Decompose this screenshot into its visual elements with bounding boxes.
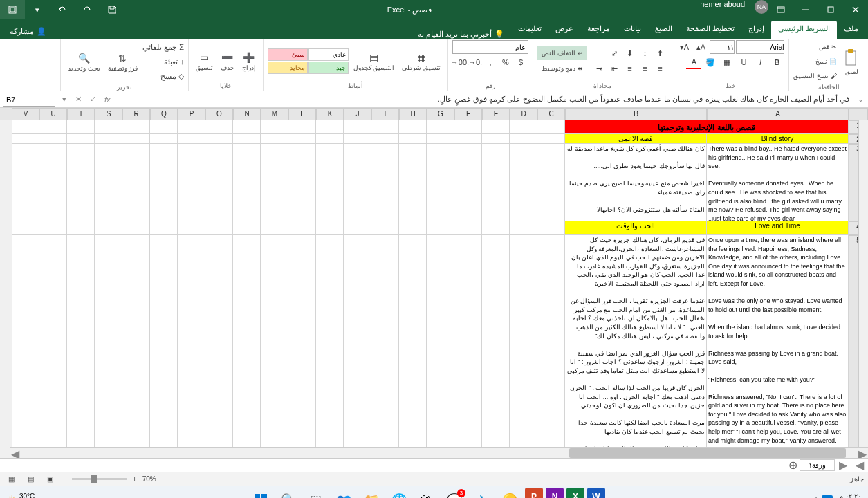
close-icon[interactable] xyxy=(843,0,868,19)
cell[interactable] xyxy=(178,120,205,134)
fx-icon[interactable]: fx xyxy=(100,95,115,104)
font-name-select[interactable] xyxy=(736,40,784,54)
whatsapp-icon[interactable]: 💬3 xyxy=(442,488,467,499)
header-cell[interactable]: قصص باللغة الإنجليزية وترجمتها xyxy=(565,120,849,134)
cell[interactable] xyxy=(12,235,39,456)
enter-icon[interactable]: ✓ xyxy=(86,95,100,104)
cell[interactable] xyxy=(427,120,454,134)
cell[interactable] xyxy=(150,120,178,134)
copy-button[interactable]: 📄 نسخ xyxy=(793,55,837,68)
formula-input[interactable]: في أحد أيام الصيف الحارة كان هناك ثعلب ي… xyxy=(115,95,853,104)
cell[interactable] xyxy=(95,221,122,235)
onenote-icon[interactable]: N xyxy=(546,488,564,499)
cell[interactable] xyxy=(454,144,482,221)
cell[interactable] xyxy=(150,144,178,221)
cell[interactable] xyxy=(371,235,399,456)
page-break-view-icon[interactable]: ▣ xyxy=(43,474,57,485)
clear-button[interactable]: ◇ مسح xyxy=(142,69,184,83)
cell[interactable] xyxy=(150,134,178,144)
column-header[interactable]: H xyxy=(399,108,427,120)
increase-font-icon[interactable]: A▴ xyxy=(693,40,708,54)
fullscreen-icon[interactable] xyxy=(768,0,793,19)
delete-cells-button[interactable]: ➖حذف xyxy=(218,49,237,73)
column-header[interactable]: S xyxy=(95,108,122,120)
share-button[interactable]: 👤 مشاركة xyxy=(3,24,53,39)
cell[interactable] xyxy=(233,120,261,134)
name-box[interactable] xyxy=(3,93,55,107)
cell[interactable] xyxy=(39,221,67,235)
cell[interactable] xyxy=(537,134,565,144)
cell[interactable]: Love and Time xyxy=(707,221,849,235)
sort-filter-button[interactable]: ⇅فرز وتصفية xyxy=(105,50,141,73)
column-header[interactable]: E xyxy=(482,108,510,120)
sheet-nav-prev-icon[interactable]: ◀ xyxy=(851,459,868,472)
cell[interactable] xyxy=(482,134,510,144)
cell[interactable] xyxy=(454,235,482,456)
cell[interactable] xyxy=(537,120,565,134)
cell[interactable] xyxy=(344,221,371,235)
fill-button[interactable]: ↓ تعبئة xyxy=(142,55,184,68)
underline-button[interactable]: U xyxy=(736,55,751,69)
tab-insert[interactable]: إدراج xyxy=(741,21,771,39)
column-header[interactable]: B xyxy=(565,108,707,120)
conditional-formatting-button[interactable]: ▦تنسيق شرطي xyxy=(399,49,443,73)
align-middle-icon[interactable]: ↕ xyxy=(637,46,652,60)
cell[interactable] xyxy=(510,144,537,221)
column-header[interactable]: N xyxy=(233,108,261,120)
cell[interactable] xyxy=(371,120,399,134)
minimize-icon[interactable] xyxy=(793,0,818,19)
cell[interactable]: Once upon a time, there was an island wh… xyxy=(707,235,849,456)
cell[interactable] xyxy=(537,221,565,235)
store-icon[interactable]: 🛍 xyxy=(414,488,439,499)
cell[interactable] xyxy=(482,235,510,456)
decrease-font-icon[interactable]: A▾ xyxy=(676,40,692,54)
cell[interactable] xyxy=(39,120,67,134)
merge-center-button[interactable]: ⬌ دمج وتوسيط xyxy=(537,62,588,75)
bold-button[interactable]: B xyxy=(769,55,784,69)
wrap-text-button[interactable]: ↩ التفاف النص xyxy=(537,46,588,60)
font-size-select[interactable] xyxy=(710,40,735,54)
cell[interactable] xyxy=(205,134,233,144)
scroll-thumb[interactable] xyxy=(569,448,846,458)
clock-time[interactable]: ٠٢:٢٠ م xyxy=(837,492,861,498)
cell[interactable] xyxy=(261,221,288,235)
cell[interactable] xyxy=(288,134,316,144)
align-top-icon[interactable]: ⬆ xyxy=(652,46,667,60)
cell[interactable] xyxy=(510,134,537,144)
cell[interactable] xyxy=(261,134,288,144)
cell[interactable] xyxy=(427,134,454,144)
cell[interactable] xyxy=(150,235,178,456)
cell[interactable] xyxy=(261,120,288,134)
orientation-icon[interactable]: ⤢ xyxy=(607,46,622,60)
add-sheet-button[interactable]: ⊕ xyxy=(786,459,800,472)
cell[interactable] xyxy=(205,120,233,134)
cell[interactable] xyxy=(344,120,371,134)
cell[interactable] xyxy=(12,221,39,235)
find-select-button[interactable]: 🔍بحث وتحديد xyxy=(65,50,103,73)
format-as-table-button[interactable]: ▤التنسيق كجدول xyxy=(351,49,398,73)
cell[interactable] xyxy=(482,221,510,235)
cell[interactable] xyxy=(344,235,371,456)
column-header[interactable]: F xyxy=(454,108,482,120)
column-header[interactable]: U xyxy=(39,108,67,120)
cell[interactable] xyxy=(39,144,67,221)
cut-button[interactable]: ✂ قص xyxy=(793,40,837,54)
cell[interactable] xyxy=(178,235,205,456)
insert-cells-button[interactable]: ➕إدراج xyxy=(239,49,259,73)
indent-inc-icon[interactable]: ⇥ xyxy=(591,62,607,75)
tell-me-search[interactable]: 💡 أخبرني بما تريد القيام به xyxy=(411,30,511,39)
font-color-button[interactable]: A xyxy=(686,55,701,69)
cell[interactable] xyxy=(261,144,288,221)
cell[interactable] xyxy=(399,134,427,144)
accounting-icon[interactable]: $ xyxy=(513,55,528,69)
dropdown-icon[interactable]: ▾ xyxy=(58,95,71,104)
tab-formulas[interactable]: الصيغ xyxy=(648,21,679,39)
cell[interactable] xyxy=(67,134,95,144)
cell[interactable] xyxy=(482,144,510,221)
save-icon[interactable] xyxy=(100,0,124,19)
redo-icon[interactable] xyxy=(75,0,100,19)
format-painter-button[interactable]: 🖌 نسخ التنسيق xyxy=(793,69,837,83)
excel-icon[interactable]: X xyxy=(566,488,584,499)
telegram-icon[interactable]: ✈ xyxy=(470,488,495,499)
cell[interactable] xyxy=(233,144,261,221)
